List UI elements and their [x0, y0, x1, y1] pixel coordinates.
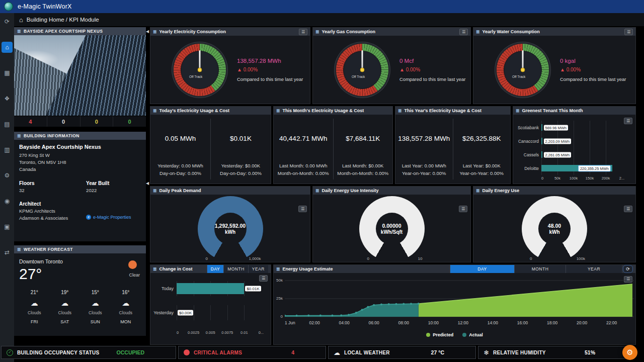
- axis-tick: 200k: [602, 176, 610, 180]
- chart-menu-button[interactable]: ☰: [624, 118, 632, 124]
- tenant-label: Deloitte: [513, 166, 541, 171]
- cloud-icon: ☁: [80, 299, 111, 308]
- weather-condition: Clear: [129, 273, 140, 278]
- axis-tick: 0.0075: [221, 330, 233, 335]
- settings-fab-button[interactable]: ⚙: [622, 345, 637, 360]
- chart-legend: Predicted Actual: [274, 332, 635, 337]
- bar-value-label: $0.01K: [245, 286, 261, 292]
- x-axis-tick: 12:00: [458, 320, 468, 325]
- status-value: 4: [291, 349, 294, 355]
- legend-predicted[interactable]: Predicted: [426, 332, 453, 337]
- e-magic-properties-link[interactable]: e e-Magic Properties: [86, 215, 141, 220]
- chart-menu-button[interactable]: ☰: [298, 206, 307, 212]
- panel-icon: ≣: [516, 109, 520, 113]
- tab-day[interactable]: DAY: [207, 265, 223, 273]
- collapse-left-panel-arrow[interactable]: ◀: [146, 181, 150, 186]
- sidebar-item-home[interactable]: ⌂: [2, 42, 13, 53]
- weather-condition-icon: [128, 260, 137, 269]
- bar-value-label: 2,203.09 MWh: [544, 138, 572, 144]
- architect-label: Architect: [19, 201, 141, 207]
- forecast-day-label: SAT: [50, 319, 80, 324]
- panel-icon: ≣: [315, 189, 319, 193]
- collapse-left-panel-arrow[interactable]: ◀: [146, 29, 150, 34]
- donut-value: 48.00: [548, 223, 561, 229]
- tenant-bar[interactable]: [541, 151, 542, 158]
- bar-value-label: 2,261.05 MWh: [544, 152, 572, 157]
- chart-menu-button[interactable]: ☰: [459, 206, 467, 212]
- panel-icon: ≣: [315, 30, 319, 34]
- alarm-count-medium[interactable]: 0: [80, 116, 113, 127]
- up-triangle-icon: ▲: [237, 67, 242, 72]
- water-gauge-dial: Off Track: [497, 44, 549, 96]
- tab-day[interactable]: DAY: [450, 265, 514, 273]
- sidebar-item-schedule[interactable]: ▣: [2, 221, 13, 232]
- usage-compare-line: Last Month: 0.00 MWh: [278, 162, 329, 169]
- status-label: LOCAL WEATHER: [344, 350, 390, 355]
- gauge-value: 0 Mcf: [399, 58, 465, 64]
- refresh-button[interactable]: ⟳: [623, 265, 633, 273]
- panel-title: Daily Energy Use: [482, 188, 520, 193]
- forecast-day: 19° ☁ Clouds SAT: [50, 290, 80, 324]
- floors-value: 32: [19, 188, 86, 193]
- building-name: Bayside Apex Courtship Nexus: [19, 144, 141, 150]
- bar-track: 2,261.05 MWh: [541, 148, 622, 161]
- forecast-condition: Clouds: [50, 310, 80, 315]
- axis-tick: 100k: [570, 176, 578, 180]
- donut-min-label: 0: [206, 256, 208, 261]
- axis-tick: 0.0025: [188, 330, 199, 335]
- panel-icon: ≣: [153, 109, 157, 113]
- tab-year[interactable]: YEAR: [566, 265, 622, 273]
- tab-month[interactable]: MONTH: [514, 265, 566, 273]
- cost-delta-line: Year-on-Year: 0.00%: [460, 169, 504, 177]
- forecast-condition: Clouds: [111, 310, 141, 315]
- tab-year[interactable]: YEAR: [248, 265, 268, 273]
- gauge-note: Compared to this time last year: [560, 76, 626, 82]
- alarm-count-high[interactable]: 0: [47, 116, 80, 127]
- sidebar-item-buildings[interactable]: ▦: [2, 67, 13, 78]
- home-icon[interactable]: ⌂: [19, 16, 23, 24]
- alarm-count-low[interactable]: 0: [113, 116, 146, 127]
- legend-actual[interactable]: Actual: [462, 332, 483, 337]
- cloud-icon: ☁: [334, 349, 340, 356]
- axis-tick: 50k: [554, 176, 560, 180]
- sidebar-item-integrations[interactable]: ❖: [2, 93, 13, 104]
- gauge-status: Off Track: [189, 75, 202, 78]
- analytics-icon: ▥: [4, 146, 10, 153]
- buildings-icon: ▦: [4, 69, 10, 76]
- alarm-count-critical[interactable]: 4: [14, 116, 47, 127]
- sidebar-item-reports[interactable]: ⇄: [2, 247, 13, 258]
- check-circle-icon: ✓: [7, 349, 13, 356]
- donut-unit: kWh: [225, 229, 235, 235]
- sidebar-item-account[interactable]: ⟳: [2, 16, 13, 27]
- sidebar-item-tasks[interactable]: ▤: [2, 119, 13, 130]
- cost-bar[interactable]: [177, 283, 244, 294]
- forecast-temp: 21°: [19, 290, 50, 295]
- today-usage-cost-panel: ≣ Today's Electricity Usage & Cost 0.05 …: [150, 106, 271, 184]
- chart-menu-button[interactable]: ☰: [624, 29, 633, 35]
- tenant-bar[interactable]: [541, 124, 542, 131]
- chart-menu-button[interactable]: ☰: [624, 206, 632, 212]
- predicted-dot-icon: [426, 333, 430, 337]
- cost-compare-line: Last Month: $0.00K: [337, 162, 388, 169]
- building-country: Canada: [19, 166, 141, 173]
- greenest-tenant-panel: ≣ Greenest Tenant This Month ☰ Scotiaban…: [513, 106, 636, 184]
- energy-usage-estimate-panel: ≣ Energy Usage Estimate DAY MONTH YEAR ⟳…: [273, 264, 636, 345]
- tenant-bar[interactable]: [541, 138, 542, 144]
- cost-compare-line: Last Year: $0.00K: [460, 162, 504, 169]
- building-info-panel: ≣ BUILDING INFORMATION Bayside Apex Cour…: [14, 132, 146, 241]
- chart-menu-button[interactable]: ☰: [299, 29, 307, 35]
- tab-month[interactable]: MONTH: [223, 265, 248, 273]
- alarm-dot-icon: [184, 349, 190, 355]
- chart-menu-button[interactable]: ☰: [459, 29, 468, 35]
- x-axis-tick: 02:00: [309, 320, 319, 325]
- bar-track: 2,203.09 MWh: [541, 134, 622, 148]
- alarm-count-row: 4 0 0 0: [14, 116, 146, 127]
- sidebar-item-alarms[interactable]: ◉: [2, 196, 13, 207]
- gauge-delta: ▲ 0.00%: [560, 67, 626, 72]
- sidebar-item-settings[interactable]: ⚙: [2, 170, 13, 181]
- sidebar-item-analytics[interactable]: ▥: [2, 144, 13, 155]
- architect-line2: Adamson & Associates: [19, 215, 86, 221]
- x-axis-tick: 06:00: [369, 320, 379, 325]
- relative-humidity-card: ❄ RELATIVE HUMIDITY 51%: [478, 346, 627, 359]
- gauge-value: 138,557.28 MWh: [237, 58, 303, 64]
